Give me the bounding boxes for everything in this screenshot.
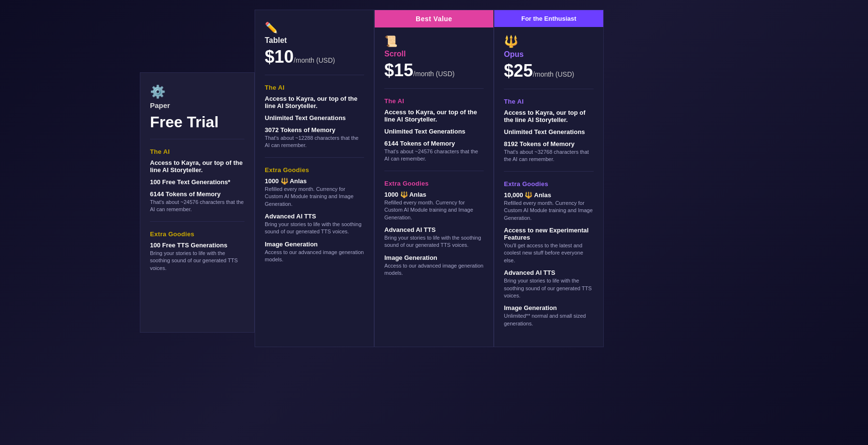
paper-feature-memory-title: 6144 Tokens of Memory	[150, 190, 244, 198]
paper-feature-text-gen: 100 Free Text Generations*	[150, 178, 244, 186]
opus-feature-memory-desc: That's about ~32768 characters that the …	[504, 148, 594, 163]
scroll-feature-tts: Advanced AI TTS Bring your stories to li…	[384, 226, 484, 249]
tablet-feature-tts: Advanced AI TTS Bring your stories to li…	[265, 213, 364, 236]
opus-plan-price: $25/month (USD)	[504, 61, 574, 81]
opus-feature-anlas-desc: Refilled every month. Currency for Custo…	[504, 200, 594, 222]
tablet-plan-name: Tablet	[265, 36, 364, 45]
paper-feature-memory-desc: That's about ~24576 characters that the …	[150, 199, 244, 214]
scroll-feature-tts-desc: Bring your stories to life with the soot…	[384, 234, 484, 249]
scroll-feature-anlas: 1000 🔱 Anlas Refilled every month. Curre…	[384, 191, 484, 221]
tablet-ai-section: The AI	[265, 84, 364, 91]
scroll-price-value: $15	[384, 60, 413, 80]
scroll-goodies-section: Extra Goodies	[384, 180, 484, 187]
tablet-feature-tts-title: Advanced AI TTS	[265, 213, 364, 220]
tablet-feature-anlas-desc: Refilled every month. Currency for Custo…	[265, 186, 364, 208]
paper-feature-tts-desc: Bring your stories to life with the soot…	[150, 250, 244, 272]
opus-feature-tts-desc: Bring your stories to life with the soot…	[504, 277, 594, 299]
opus-feature-text-gen-title: Unlimited Text Generations	[504, 128, 594, 135]
opus-plan-card: For the Enthusiast 🔱 Opus $25/month (USD…	[494, 10, 604, 347]
tablet-feature-anlas-title: 1000 🔱 Anlas	[265, 177, 364, 185]
scroll-feature-anlas-title: 1000 🔱 Anlas	[384, 191, 484, 198]
opus-price-block: $25/month (USD)	[504, 61, 594, 81]
paper-feature-kayra: Access to Kayra, our top of the line AI …	[150, 159, 244, 174]
opus-feature-text-gen: Unlimited Text Generations	[504, 128, 594, 135]
paper-plan-price: Free Trial	[150, 113, 244, 131]
scroll-feature-memory-desc: That's about ~24576 characters that the …	[384, 148, 484, 163]
scroll-feature-text-gen-title: Unlimited Text Generations	[384, 128, 484, 135]
paper-icon: ⚙️	[150, 84, 244, 99]
opus-feature-experimental-desc: You'll get access to the latest and cool…	[504, 242, 594, 264]
scroll-feature-img-gen-title: Image Generation	[384, 254, 484, 261]
scroll-plan-name: Scroll	[384, 50, 484, 58]
paper-feature-text-gen-title: 100 Free Text Generations*	[150, 178, 244, 186]
scroll-icon: 📜	[384, 35, 484, 48]
paper-feature-tts: 100 Free TTS Generations Bring your stor…	[150, 242, 244, 272]
opus-icon: 🔱	[504, 35, 594, 48]
opus-plan-name: Opus	[504, 50, 594, 59]
scroll-feature-anlas-desc: Refilled every month. Currency for Custo…	[384, 199, 484, 221]
paper-plan-name: Paper	[150, 101, 244, 109]
opus-feature-kayra-title: Access to Kayra, our top of the line AI …	[504, 109, 594, 123]
opus-feature-img-gen-desc: Unlimited** normal and small sized gener…	[504, 312, 594, 327]
opus-ai-section: The AI	[504, 98, 594, 105]
enthusiast-banner: For the Enthusiast	[494, 10, 603, 27]
opus-feature-kayra: Access to Kayra, our top of the line AI …	[504, 109, 594, 123]
paper-goodies-section: Extra Goodies	[150, 230, 244, 238]
tablet-feature-tts-desc: Bring your stories to life with the soot…	[265, 221, 364, 236]
scroll-ai-section: The AI	[384, 97, 484, 105]
opus-price-value: $25	[504, 61, 533, 81]
tablet-plan-price: $10/month (USD)	[265, 47, 364, 67]
scroll-feature-img-gen: Image Generation Access to our advanced …	[384, 254, 484, 277]
tablet-feature-memory: 3072 Tokens of Memory That's about ~1228…	[265, 126, 364, 149]
paper-feature-kayra-title: Access to Kayra, our top of the line AI …	[150, 159, 244, 174]
tablet-icon: ✏️	[265, 22, 364, 34]
opus-price-suffix: /month (USD)	[533, 70, 574, 78]
tablet-feature-memory-title: 3072 Tokens of Memory	[265, 126, 364, 134]
scroll-feature-kayra-title: Access to Kayra, our top of the line AI …	[384, 108, 484, 123]
opus-feature-anlas-title: 10,000 🔱 Anlas	[504, 191, 594, 199]
paper-feature-memory: 6144 Tokens of Memory That's about ~2457…	[150, 190, 244, 214]
tablet-price-value: $10	[265, 47, 294, 67]
opus-feature-tts: Advanced AI TTS Bring your stories to li…	[504, 269, 594, 299]
opus-feature-tts-title: Advanced AI TTS	[504, 269, 594, 276]
tablet-feature-anlas: 1000 🔱 Anlas Refilled every month. Curre…	[265, 177, 364, 208]
opus-feature-experimental: Access to new Experimental Features You'…	[504, 227, 594, 264]
paper-plan-card: ⚙️ Paper Free Trial The AI Access to Kay…	[140, 72, 255, 333]
opus-feature-memory-title: 8192 Tokens of Memory	[504, 140, 594, 148]
scroll-feature-tts-title: Advanced AI TTS	[384, 226, 484, 233]
tablet-plan-card: ✏️ Tablet $10/month (USD) The AI Access …	[255, 10, 374, 347]
tablet-feature-text-gen: Unlimited Text Generations	[265, 114, 364, 121]
scroll-price-suffix: /month (USD)	[413, 70, 455, 78]
opus-feature-img-gen-title: Image Generation	[504, 304, 594, 311]
scroll-plan-card: Best Value 📜 Scroll $15/month (USD) The …	[374, 10, 494, 347]
opus-feature-memory: 8192 Tokens of Memory That's about ~3276…	[504, 140, 594, 163]
tablet-feature-kayra: Access to Kayra, our top of the line AI …	[265, 95, 364, 109]
opus-feature-img-gen: Image Generation Unlimited** normal and …	[504, 304, 594, 327]
scroll-feature-memory: 6144 Tokens of Memory That's about ~2457…	[384, 140, 484, 163]
scroll-feature-img-gen-desc: Access to our advanced image generation …	[384, 262, 484, 277]
paper-ai-section: The AI	[150, 148, 244, 155]
tablet-feature-img-gen-desc: Access to our advanced image generation …	[265, 249, 364, 264]
tablet-price-suffix: /month (USD)	[294, 56, 335, 64]
tablet-feature-text-gen-title: Unlimited Text Generations	[265, 114, 364, 121]
scroll-feature-kayra: Access to Kayra, our top of the line AI …	[384, 108, 484, 123]
tablet-feature-img-gen: Image Generation Access to our advanced …	[265, 241, 364, 264]
opus-feature-experimental-title: Access to new Experimental Features	[504, 227, 594, 241]
opus-goodies-section: Extra Goodies	[504, 180, 594, 188]
opus-feature-anlas: 10,000 🔱 Anlas Refilled every month. Cur…	[504, 191, 594, 222]
tablet-feature-memory-desc: That's about ~12288 characters that the …	[265, 135, 364, 149]
scroll-feature-text-gen: Unlimited Text Generations	[384, 128, 484, 135]
tablet-feature-img-gen-title: Image Generation	[265, 241, 364, 248]
tablet-goodies-section: Extra Goodies	[265, 166, 364, 174]
tablet-feature-kayra-title: Access to Kayra, our top of the line AI …	[265, 95, 364, 109]
best-value-banner: Best Value	[375, 10, 493, 27]
paper-feature-tts-title: 100 Free TTS Generations	[150, 242, 244, 249]
scroll-feature-memory-title: 6144 Tokens of Memory	[384, 140, 484, 147]
scroll-plan-price: $15/month (USD)	[384, 60, 484, 81]
